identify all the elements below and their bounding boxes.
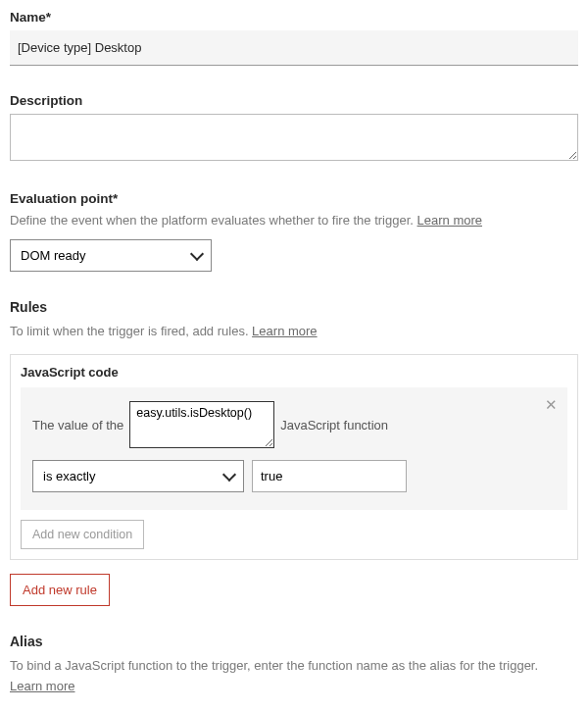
rules-panel: JavaScript code ✕ The value of the JavaS…: [10, 354, 578, 560]
rules-panel-title: JavaScript code: [21, 365, 567, 380]
close-icon[interactable]: ✕: [545, 397, 558, 412]
operator-select[interactable]: is exactly: [32, 460, 244, 492]
rule-sentence-row: The value of the JavaScript function: [32, 401, 556, 448]
alias-label: Alias: [10, 634, 578, 649]
evaluation-hint: Define the event when the platform evalu…: [10, 212, 578, 229]
evaluation-field: Evaluation point* Define the event when …: [10, 191, 578, 272]
sentence-post: JavaScript function: [280, 418, 388, 432]
add-condition-button[interactable]: Add new condition: [21, 520, 144, 549]
js-code-input[interactable]: [129, 401, 274, 448]
add-rule-button[interactable]: Add new rule: [10, 574, 110, 606]
description-field: Description: [10, 93, 578, 164]
alias-hint: To bind a JavaScript function to the tri…: [10, 657, 578, 675]
rules-section: Rules To limit when the trigger is fired…: [10, 299, 578, 606]
rules-hint-text: To limit when the trigger is fired, add …: [10, 324, 252, 338]
rule-condition-row: is exactly: [32, 460, 556, 492]
description-label: Description: [10, 93, 578, 108]
sentence-pre: The value of the: [32, 418, 123, 432]
name-label: Name*: [10, 10, 578, 25]
rule-block: ✕ The value of the JavaScript function i…: [21, 387, 567, 510]
evaluation-label: Evaluation point*: [10, 191, 578, 206]
alias-learn-more-wrap: Learn more: [10, 678, 578, 695]
name-input[interactable]: [10, 30, 578, 66]
description-textarea[interactable]: [10, 114, 578, 161]
evaluation-learn-more-link[interactable]: Learn more: [417, 213, 482, 228]
evaluation-hint-text: Define the event when the platform evalu…: [10, 213, 417, 228]
rules-learn-more-link[interactable]: Learn more: [252, 324, 317, 338]
evaluation-select-wrap: DOM ready: [10, 239, 212, 272]
alias-learn-more-link[interactable]: Learn more: [10, 679, 74, 693]
operator-select-wrap: is exactly: [32, 460, 244, 492]
name-field: Name*: [10, 10, 578, 66]
compare-value-input[interactable]: [252, 460, 407, 492]
rules-label: Rules: [10, 299, 578, 315]
evaluation-select[interactable]: DOM ready: [10, 239, 212, 272]
rules-hint: To limit when the trigger is fired, add …: [10, 323, 578, 340]
alias-section: Alias To bind a JavaScript function to t…: [10, 634, 578, 712]
